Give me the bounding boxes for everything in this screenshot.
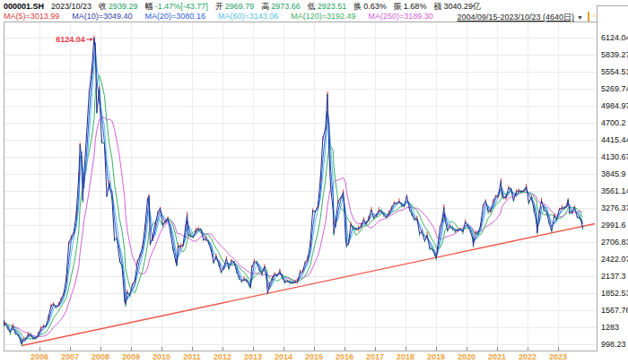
x-axis-label: 2020 — [451, 352, 482, 362]
y-axis-label: 5839.27 — [601, 50, 628, 59]
x-axis-label: 2022 — [512, 352, 543, 362]
x-axis-label: 2010 — [146, 352, 177, 362]
y-axis-label: 3845.9 — [601, 169, 626, 178]
y-axis-label: 998.23 — [601, 340, 626, 349]
x-axis-label: 2019 — [421, 352, 451, 362]
y-axis-label: 5269.74 — [601, 84, 628, 93]
y-axis-label: 1567.76 — [601, 306, 628, 315]
kline-chart-canvas[interactable] — [0, 0, 628, 364]
x-axis-label: 2021 — [482, 352, 512, 362]
y-axis-label: 2422.07 — [601, 255, 628, 264]
y-axis-label: 2137.3 — [601, 272, 626, 281]
x-axis-label: 2006 — [24, 352, 55, 362]
y-axis-label: 2991.6 — [601, 221, 626, 230]
x-axis-label: 2012 — [207, 352, 238, 362]
x-axis-label: 2013 — [238, 352, 268, 362]
x-axis-label: 2011 — [177, 352, 207, 362]
x-axis-label: 2008 — [85, 352, 116, 362]
y-axis-label: 4984.97 — [601, 101, 628, 110]
annotation-arrow-head — [90, 38, 93, 41]
y-axis-label: 4415.44 — [601, 135, 628, 144]
x-axis-label: 2014 — [268, 352, 299, 362]
y-axis-label: 3561.14 — [601, 186, 628, 195]
x-axis-label: 2017 — [360, 352, 390, 362]
y-axis-label: 1283 — [601, 323, 619, 332]
y-axis-label: 1852.53 — [601, 289, 628, 298]
x-axis-label: 2016 — [329, 352, 360, 362]
x-axis-label: 2015 — [299, 352, 329, 362]
ma-line-MA20 — [4, 43, 583, 342]
kline-chart-window: 000001.SH 2023/10/23 收2939.29幅-1.47%[-43… — [0, 0, 628, 364]
y-axis-label: 6124.04 — [601, 33, 628, 42]
y-axis-label: 4130.67 — [601, 152, 628, 161]
x-axis-label: 2009 — [116, 352, 146, 362]
x-axis-label: 2023 — [543, 352, 573, 362]
y-axis-label: 4700.2 — [601, 118, 626, 127]
y-axis-label: 2706.83 — [601, 238, 628, 247]
x-axis-label: 2007 — [55, 352, 85, 362]
ma-line-MA250 — [4, 117, 583, 337]
y-axis-label: 5554.51 — [601, 67, 628, 76]
peak-annotation: 6124.04 — [56, 35, 85, 45]
x-axis-label: 2018 — [390, 352, 421, 362]
y-axis-label: 3276.37 — [601, 204, 628, 212]
